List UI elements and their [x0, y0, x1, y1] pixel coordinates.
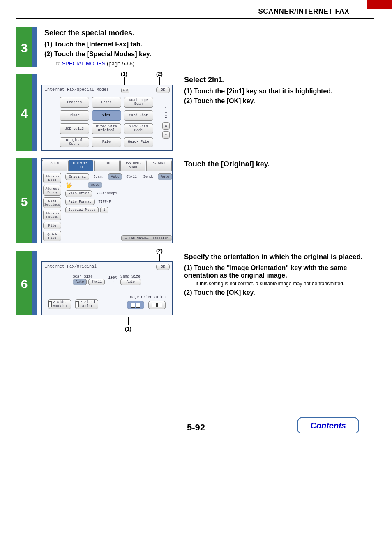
contents-link[interactable]: Contents: [297, 417, 359, 433]
step-5-number: 5: [16, 161, 32, 243]
tab-usb-mem-scan[interactable]: USB Mem. Scan: [120, 160, 146, 171]
resolution-value: 200X100dpi: [94, 191, 120, 197]
scan-size-paper[interactable]: 8½x11: [88, 279, 105, 285]
step-4-number: 4: [16, 76, 32, 151]
image-orientation-label: Image Orientation: [127, 295, 166, 299]
step-3-number: 3: [16, 30, 32, 67]
file-format-key[interactable]: File Format: [65, 199, 94, 205]
file-format-value: TIFF-F: [96, 199, 114, 205]
step-4-item-1: (1) Touch the [2in1] key so that it is h…: [184, 88, 376, 95]
panel-4-title: Internet Fax/Special Modes: [42, 85, 172, 94]
callout-6-2: (2): [156, 247, 163, 254]
orientation-landscape-button[interactable]: [148, 301, 166, 309]
ifax-manual-reception-button[interactable]: I-Fax Manual Reception: [121, 235, 172, 241]
mixed-size-original-button[interactable]: Mixed Size Original: [92, 123, 121, 134]
step-4-title: Select 2in1.: [184, 76, 376, 84]
slow-scan-mode-button[interactable]: Slow Scan Mode: [124, 123, 153, 134]
ok-button-6[interactable]: OK: [156, 264, 170, 270]
page-header: SCANNER/INTERNET FAX: [258, 7, 349, 16]
scan-auto-value: Auto: [108, 173, 122, 180]
special-modes-link[interactable]: SPECIAL MODES: [62, 60, 106, 67]
zoom-pct: 100%: [108, 276, 117, 280]
quick-file-button[interactable]: Quick File: [124, 137, 153, 147]
send-size-auto[interactable]: Auto: [120, 279, 141, 285]
address-entry-button[interactable]: Address Entry: [43, 185, 61, 196]
callout-6-1: (1): [125, 326, 131, 332]
pointer-icon: ☞: [56, 61, 60, 67]
step-6-note: If this setting is not correct, a suitab…: [196, 281, 376, 287]
special-modes-key[interactable]: Special Modes: [65, 207, 98, 213]
2-sided-booklet-button[interactable]: 2-Sided Booklet: [48, 299, 71, 309]
send-settings-button[interactable]: Send Settings: [43, 197, 61, 208]
original-count-button[interactable]: Original Count: [60, 137, 89, 147]
step-5-title: Touch the [Original] key.: [184, 160, 376, 169]
card-shot-button[interactable]: Card Shot: [124, 110, 153, 121]
timer-button[interactable]: Timer: [60, 110, 89, 121]
send-size-label: Send Size: [120, 275, 141, 279]
step-3-item-1: (1) Touch the [Internet Fax] tab.: [44, 41, 376, 48]
callout-4-1: (1): [121, 71, 127, 77]
erase-button[interactable]: Erase: [92, 97, 121, 108]
2-sided-tablet-button[interactable]: 2-Sided Tablet: [75, 299, 98, 309]
exposure-icon: 🖐: [65, 182, 72, 189]
arrow-icon: →: [108, 280, 117, 284]
dual-page-scan-button[interactable]: Dual Page Scan: [124, 97, 153, 108]
scan-size-label: Scan Size: [73, 275, 105, 279]
tab-internet-fax[interactable]: Internet Fax: [68, 160, 94, 171]
step-4-item-2: (2) Touch the [OK] key.: [184, 97, 376, 105]
scan-size-value: 8½x11: [124, 174, 139, 180]
step-6-item-1: (1) Touch the "Image Orientation" key wi…: [184, 264, 376, 287]
corner-accent: [367, 0, 392, 9]
callout-4-2: (2): [156, 71, 163, 77]
tab-pc-scan[interactable]: PC Scan: [146, 160, 172, 171]
send-auto-value: Auto: [158, 173, 172, 180]
step-6-item-2: (2) Touch the [OK] key.: [184, 289, 376, 296]
ok-button[interactable]: OK: [156, 87, 170, 93]
send-label: Send:: [141, 174, 157, 180]
step-3-item-2: (2) Touch the [Special Modes] key.: [44, 51, 376, 58]
link-page-ref: (page 5-66): [105, 60, 134, 67]
scan-size-auto: Auto: [73, 279, 87, 285]
scroll-up-button[interactable]: ▲: [162, 122, 170, 130]
quick-file-side-button[interactable]: Quick File: [43, 231, 61, 241]
scroll-down-button[interactable]: ▼: [162, 131, 170, 139]
step-3-title: Select the special modes.: [44, 29, 376, 37]
address-book-button[interactable]: Address Book: [43, 173, 61, 183]
2in1-button[interactable]: 2in1: [92, 110, 121, 121]
program-button[interactable]: Program: [60, 97, 89, 108]
resolution-key[interactable]: Resolution: [65, 190, 92, 197]
step-6-title: Specify the orientation in which the ori…: [184, 252, 376, 261]
tab-fax[interactable]: Fax: [94, 160, 120, 171]
address-review-button[interactable]: Address Review: [43, 210, 61, 220]
tab-scan[interactable]: Scan: [42, 160, 67, 171]
exposure-auto-value: Auto: [88, 182, 102, 188]
scan-label: Scan:: [91, 174, 106, 180]
step-6-number: 6: [16, 253, 32, 315]
original-key[interactable]: Original: [65, 173, 89, 180]
panel-6-title: Internet Fax/Original: [42, 262, 172, 271]
file-side-button[interactable]: File: [43, 222, 61, 229]
file-button[interactable]: File: [92, 137, 121, 147]
orientation-portrait-button[interactable]: [127, 301, 144, 309]
2in1-indicator-icon: 1 2: [121, 88, 129, 93]
job-build-button[interactable]: Job Build: [60, 123, 89, 134]
special-modes-indicator: 1: [100, 207, 108, 213]
